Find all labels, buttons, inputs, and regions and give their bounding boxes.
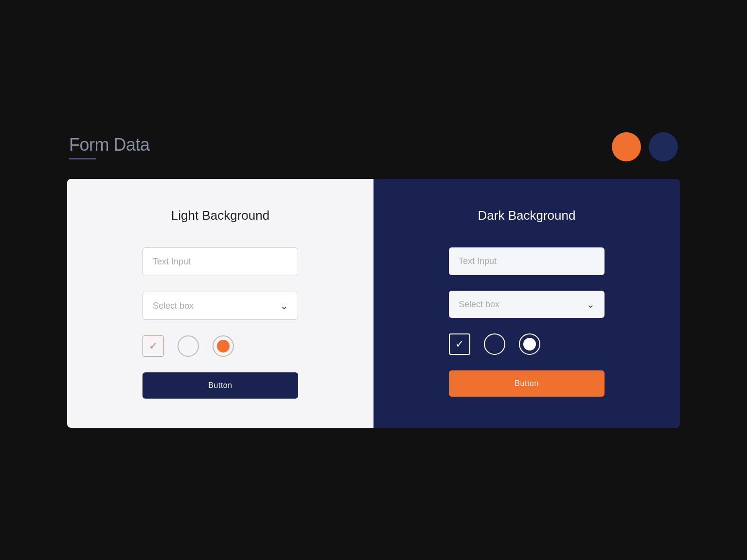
panels-container: Light Background Select box ⌄ ✓	[67, 179, 680, 428]
title-underline	[69, 158, 96, 159]
dark-panel-title: Dark Background	[478, 208, 576, 223]
dark-panel: Dark Background Select box ⌄ ✓	[374, 179, 680, 428]
header: Form Data	[67, 132, 680, 161]
dark-swatch[interactable]	[649, 132, 678, 161]
dark-select-box[interactable]: Select box	[449, 291, 605, 318]
page-title: Form Data	[69, 135, 150, 155]
dark-form-section: Select box ⌄ ✓	[449, 247, 605, 397]
light-select-wrapper: Select box ⌄	[142, 292, 298, 320]
dark-select-wrapper: Select box ⌄	[449, 291, 605, 318]
color-swatches	[612, 132, 678, 161]
light-panel-title: Light Background	[171, 208, 269, 223]
dark-checkbox[interactable]: ✓	[449, 333, 470, 355]
light-radio-checked[interactable]	[213, 335, 234, 357]
dark-text-input[interactable]	[449, 247, 605, 275]
dark-check-icon: ✓	[455, 338, 464, 350]
dark-radio-checked[interactable]	[519, 333, 540, 355]
light-button[interactable]: Button	[142, 372, 298, 399]
light-form-section: Select box ⌄ ✓	[142, 247, 298, 399]
light-check-icon: ✓	[149, 340, 158, 352]
light-text-input[interactable]	[142, 247, 298, 276]
dark-button[interactable]: Button	[449, 370, 605, 397]
dark-radio-unchecked[interactable]	[484, 333, 505, 355]
light-radio-unchecked[interactable]	[178, 335, 199, 357]
light-controls-row: ✓	[142, 335, 298, 357]
dark-radio-inner-filled	[523, 338, 536, 350]
light-select-box[interactable]: Select box	[142, 292, 298, 320]
title-section: Form Data	[69, 135, 150, 159]
outer-container: Form Data Light Background Select box ⌄	[67, 132, 680, 428]
light-radio-inner-filled	[217, 340, 230, 352]
dark-controls-row: ✓	[449, 333, 605, 355]
orange-swatch[interactable]	[612, 132, 641, 161]
light-checkbox[interactable]: ✓	[142, 335, 164, 357]
light-panel: Light Background Select box ⌄ ✓	[67, 179, 374, 428]
